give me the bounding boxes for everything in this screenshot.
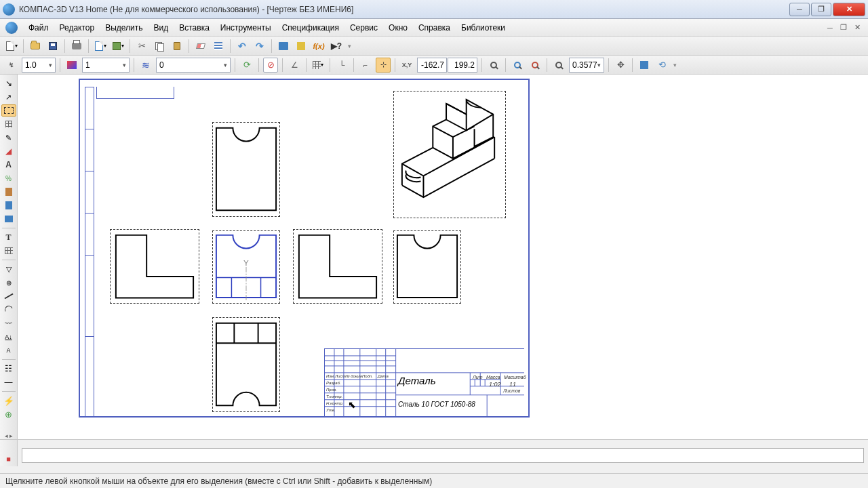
- arc-dim-icon[interactable]: [1, 304, 16, 316]
- target-icon[interactable]: ⊕: [1, 408, 16, 420]
- ucs-button[interactable]: ↯: [4, 58, 19, 73]
- text-panel-icon[interactable]: A: [1, 159, 16, 171]
- pan-button[interactable]: ✥: [613, 58, 628, 73]
- titlebar: КОМПАС-3D V13 Home (Не для коммерческого…: [0, 0, 868, 19]
- new-button[interactable]: ▾: [4, 39, 19, 54]
- rebuild-button[interactable]: [637, 58, 652, 73]
- base-tool-icon[interactable]: ▽: [1, 263, 16, 275]
- center-tool-icon[interactable]: ☷: [1, 363, 16, 375]
- mark-tool-icon[interactable]: A↓: [1, 331, 16, 343]
- menu-editor[interactable]: Редактор: [54, 20, 100, 35]
- coord-x-input[interactable]: [417, 58, 447, 73]
- geometry-panel-icon[interactable]: ↘: [1, 77, 16, 89]
- style-dropdown[interactable]: 0▾: [156, 58, 231, 73]
- print-button[interactable]: [69, 39, 84, 54]
- main-area: ↘ ↗ ✎ ◢ A % T ▽ ⊕ 〰 A↓ A ☷ — ⚡ ⊕: [0, 75, 868, 439]
- zoom-in-button[interactable]: [510, 58, 525, 73]
- cut-button[interactable]: ✂: [134, 39, 149, 54]
- zoom-out-button[interactable]: [528, 58, 542, 73]
- view-front-2[interactable]: Y: [212, 230, 280, 304]
- mdi-minimize[interactable]: ─: [825, 23, 835, 33]
- maximize-button[interactable]: ❐: [811, 3, 831, 16]
- statusbar: Щелкните левой кнопкой мыши на объекте д…: [0, 473, 868, 488]
- menu-file[interactable]: Файл: [23, 20, 54, 35]
- undo-button[interactable]: ↶: [235, 39, 250, 54]
- menu-service[interactable]: Сервис: [344, 20, 383, 35]
- doc-manager-button[interactable]: ▾: [111, 39, 125, 54]
- menu-view[interactable]: Вид: [149, 20, 174, 35]
- leader-tool-icon[interactable]: [1, 290, 16, 302]
- open-button[interactable]: [28, 39, 43, 54]
- menu-spec[interactable]: Спецификация: [277, 20, 344, 35]
- redo-button[interactable]: ↷: [252, 39, 267, 54]
- dimension-panel-icon[interactable]: [1, 118, 16, 130]
- menu-window[interactable]: Окно: [383, 20, 413, 35]
- axis-tool-icon[interactable]: —: [1, 376, 16, 388]
- context-help-button[interactable]: ▶?: [329, 39, 344, 54]
- text-tool-icon[interactable]: T: [1, 231, 16, 243]
- menu-libs[interactable]: Библиотеки: [456, 20, 511, 35]
- redraw-button[interactable]: ⟲: [654, 58, 669, 73]
- fx-button[interactable]: f(x): [311, 39, 326, 54]
- local-cs-button[interactable]: ⊹: [376, 58, 391, 73]
- table-tool-icon[interactable]: [1, 245, 16, 257]
- scale-dropdown[interactable]: 1.0▾: [22, 58, 56, 73]
- close-button[interactable]: ✕: [833, 3, 865, 16]
- select-panel-icon[interactable]: [1, 104, 16, 117]
- view-top[interactable]: [212, 122, 280, 217]
- grid-button[interactable]: ▾: [311, 58, 326, 73]
- properties-button[interactable]: [211, 39, 226, 54]
- view-toolbar: ↯ 1.0▾ 1▾ ≋ 0▾ ⟳ ⊘ ∠ ▾ └ ⌐ ⊹ X,Y 0.3577▾…: [0, 56, 868, 75]
- rough-panel-icon[interactable]: %: [1, 172, 16, 184]
- wave-tool-icon[interactable]: 〰: [1, 317, 16, 329]
- variables-button[interactable]: [294, 39, 309, 54]
- layer-button[interactable]: [64, 58, 79, 73]
- scroll-corner[interactable]: ◂ ▸: [0, 432, 18, 439]
- view-bottom[interactable]: [212, 317, 280, 412]
- ortho-button[interactable]: └: [334, 58, 349, 73]
- snap-button[interactable]: ⊘: [263, 58, 278, 73]
- drawing-canvas[interactable]: Y: [18, 75, 868, 439]
- coord-y-input[interactable]: [448, 58, 477, 73]
- command-input[interactable]: [22, 448, 864, 463]
- menu-insert[interactable]: Вставка: [174, 20, 215, 35]
- insert-panel-icon[interactable]: [1, 213, 16, 225]
- view-front-4[interactable]: [393, 230, 461, 304]
- library-button[interactable]: [276, 39, 291, 54]
- eraser-button[interactable]: [193, 39, 208, 54]
- layer-dropdown[interactable]: 1▾: [82, 58, 130, 73]
- window-title: КОМПАС-3D V13 Home (Не для коммерческого…: [19, 5, 789, 14]
- view-isometric[interactable]: [393, 91, 506, 218]
- menu-help[interactable]: Справка: [413, 20, 456, 35]
- view-front-3[interactable]: [293, 229, 382, 304]
- paste-button[interactable]: [170, 39, 184, 54]
- round-button[interactable]: ⌐: [358, 58, 373, 73]
- zoom-window-button[interactable]: [486, 58, 501, 73]
- cut-line-icon[interactable]: A: [1, 344, 16, 357]
- designation-panel-icon[interactable]: ✎: [1, 131, 16, 144]
- save-button[interactable]: [45, 39, 60, 54]
- minimize-button[interactable]: ─: [789, 3, 810, 16]
- preview-button[interactable]: ▾: [93, 39, 108, 54]
- tolerance-tool-icon[interactable]: ⊕: [1, 277, 16, 289]
- report-panel-icon[interactable]: [1, 199, 16, 211]
- param-panel-icon[interactable]: ◢: [1, 145, 16, 157]
- zoom-fit-button[interactable]: [551, 58, 566, 73]
- angle-snap-button[interactable]: ∠: [287, 58, 302, 73]
- mdi-close[interactable]: ✕: [852, 23, 863, 33]
- menu-select[interactable]: Выделить: [100, 20, 148, 35]
- view-front-1[interactable]: [110, 229, 199, 304]
- spec-panel-icon[interactable]: [1, 186, 16, 198]
- lightning-icon[interactable]: ⚡: [1, 394, 16, 407]
- mdi-restore[interactable]: ❐: [838, 23, 849, 33]
- edit-panel-icon[interactable]: ↗: [1, 91, 16, 103]
- menu-tools[interactable]: Инструменты: [215, 20, 277, 35]
- copy-button[interactable]: [152, 39, 167, 54]
- linestyle-button[interactable]: ≋: [138, 58, 153, 73]
- stop-button[interactable]: ■: [1, 453, 16, 465]
- refresh-button[interactable]: ⟳: [239, 58, 254, 73]
- titleblock[interactable]: Деталь Сталь 10 ГОСТ 1050-88 Лит Масса М…: [324, 348, 524, 416]
- zoom-dropdown[interactable]: 0.3577▾: [569, 58, 604, 73]
- doc-icon[interactable]: [5, 22, 18, 34]
- standard-toolbar: ▾ ▾ ▾ ✂ ↶ ↷ f(x) ▶? ▾: [0, 37, 868, 56]
